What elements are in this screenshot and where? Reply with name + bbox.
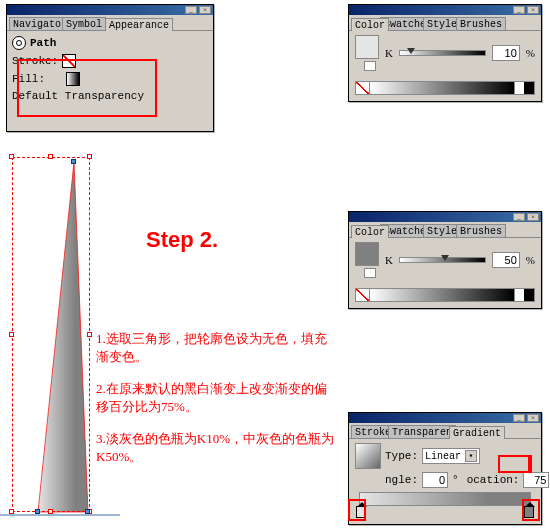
color-panel-2: _ × Color Swatches Styles Brushes K % <box>348 211 542 309</box>
gradient-stop-right[interactable] <box>524 506 534 518</box>
type-select[interactable]: Linear ▾ <box>422 448 480 464</box>
tab-transparency[interactable]: Transparen <box>388 425 456 438</box>
k-slider[interactable] <box>399 257 486 263</box>
k-label: K <box>385 254 393 266</box>
stroke-swatch[interactable] <box>62 54 76 68</box>
gradient-stop-left[interactable] <box>356 506 366 518</box>
gradient-preview <box>355 443 381 469</box>
color2-titlebar[interactable]: _ × <box>349 212 541 222</box>
anchor-br[interactable] <box>85 509 90 514</box>
gradient-tabs: Stroke Transparen Gradient <box>349 423 541 439</box>
stroke-label: Stroke: <box>12 55 58 67</box>
slider-thumb[interactable] <box>441 255 449 261</box>
appearance-panel: _ × Navigator Symbol Appearance Path Str… <box>6 4 214 132</box>
location-field[interactable] <box>523 472 549 488</box>
type-label: Type: <box>385 450 418 462</box>
tab-brushes[interactable]: Brushes <box>456 17 506 30</box>
tab-gradient[interactable]: Gradient <box>449 426 505 439</box>
color1-titlebar[interactable]: _ × <box>349 5 541 15</box>
minimize-button[interactable]: _ <box>513 6 525 14</box>
color2-secondary-swatch[interactable] <box>364 268 376 278</box>
angle-field[interactable] <box>422 472 448 488</box>
color-panel-1: _ × Color Swatches Styles Brushes K % <box>348 4 542 102</box>
appearance-titlebar[interactable]: _ × <box>7 5 213 15</box>
none-color-icon[interactable] <box>356 82 370 94</box>
tab-brushes[interactable]: Brushes <box>456 224 506 237</box>
color2-spectrum[interactable] <box>355 288 535 302</box>
gradient-bar[interactable] <box>359 492 531 506</box>
percent-label: % <box>526 47 535 59</box>
percent-label: % <box>526 254 535 266</box>
instruction-1: 1.选取三角形，把轮廓色设为无色，填充渐变色。 <box>96 330 336 366</box>
target-icon <box>12 36 26 50</box>
color1-tabs: Color Swatches Styles Brushes <box>349 15 541 31</box>
tab-symbol[interactable]: Symbol <box>62 17 106 30</box>
tab-color[interactable]: Color <box>351 225 389 238</box>
minimize-button[interactable]: _ <box>185 6 197 14</box>
path-label: Path <box>30 37 56 49</box>
location-label: ocation: <box>467 474 520 486</box>
anchor-bl[interactable] <box>35 509 40 514</box>
k-value-field[interactable] <box>492 45 520 61</box>
appearance-tabs: Navigator Symbol Appearance <box>7 15 213 31</box>
fill-swatch[interactable] <box>66 72 80 86</box>
instruction-3: 3.淡灰色的色瓶为K10%，中灰色的色瓶为K50%。 <box>96 430 336 466</box>
fill-label: Fill: <box>12 73 45 85</box>
anchor-top[interactable] <box>71 159 76 164</box>
default-transparency-label: Default Transparency <box>12 90 144 102</box>
type-value: Linear <box>425 451 461 462</box>
color1-spectrum[interactable] <box>355 81 535 95</box>
tab-appearance[interactable]: Appearance <box>105 18 173 31</box>
slider-thumb[interactable] <box>407 48 415 54</box>
close-button[interactable]: × <box>527 414 539 422</box>
angle-unit: ° <box>452 474 459 486</box>
color2-tabs: Color Swatches Styles Brushes <box>349 222 541 238</box>
close-button[interactable]: × <box>527 6 539 14</box>
close-button[interactable]: × <box>199 6 211 14</box>
color2-swatch[interactable] <box>355 242 379 266</box>
tab-color[interactable]: Color <box>351 18 389 31</box>
color1-secondary-swatch[interactable] <box>364 61 376 71</box>
instruction-2: 2.在原来默认的黑白渐变上改变渐变的偏移百分比为75%。 <box>96 380 336 416</box>
minimize-button[interactable]: _ <box>513 213 525 221</box>
selection-bbox <box>12 157 90 512</box>
angle-label: ngle: <box>385 474 418 486</box>
canvas-artwork <box>0 157 120 527</box>
minimize-button[interactable]: _ <box>513 414 525 422</box>
none-color-icon[interactable] <box>356 289 370 301</box>
close-button[interactable]: × <box>527 213 539 221</box>
k-label: K <box>385 47 393 59</box>
color1-swatch[interactable] <box>355 35 379 59</box>
k-value-field[interactable] <box>492 252 520 268</box>
step-title: Step 2. <box>146 227 218 253</box>
k-slider[interactable] <box>399 50 486 56</box>
gradient-panel: _ × Stroke Transparen Gradient Type: Lin… <box>348 412 542 525</box>
gradient-titlebar[interactable]: _ × <box>349 413 541 423</box>
dropdown-arrow-icon: ▾ <box>465 450 477 462</box>
